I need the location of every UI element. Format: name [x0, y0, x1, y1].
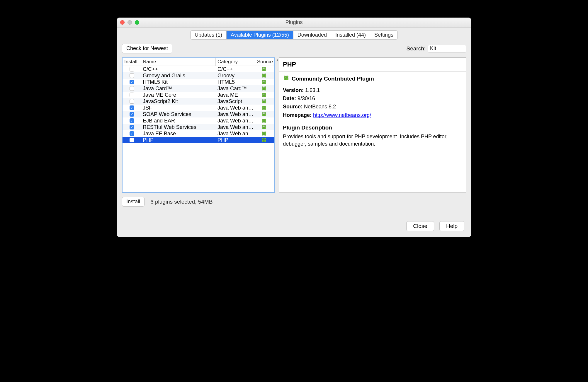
- install-checkbox[interactable]: [130, 105, 134, 110]
- table-row[interactable]: Groovy and GrailsGroovy: [123, 72, 274, 79]
- svg-rect-51: [262, 120, 263, 122]
- col-source[interactable]: Source: [255, 58, 273, 66]
- plugins-window: Plugins Updates (1) Available Plugins (1…: [117, 18, 471, 237]
- date-value: 9/30/16: [298, 95, 315, 101]
- svg-rect-47: [265, 114, 266, 116]
- svg-rect-75: [284, 77, 285, 80]
- search-label: Search:: [407, 45, 426, 52]
- plugin-category: Java Web and …: [216, 118, 255, 124]
- check-for-newest-button[interactable]: Check for Newest: [122, 44, 172, 53]
- plugin-name: HTML5 Kit: [141, 79, 216, 85]
- tab-downloaded[interactable]: Downloaded: [293, 31, 331, 39]
- svg-point-18: [262, 86, 263, 88]
- svg-point-30: [262, 99, 263, 100]
- table-row[interactable]: RESTful Web ServicesJava Web and …: [123, 124, 274, 130]
- plugin-category: Java Web and …: [216, 124, 255, 130]
- svg-point-19: [264, 86, 265, 88]
- table-row[interactable]: Java EE BaseJava Web and …: [123, 130, 274, 137]
- svg-point-42: [262, 112, 263, 113]
- svg-rect-64: [264, 133, 265, 135]
- svg-rect-34: [264, 101, 265, 103]
- svg-rect-5: [265, 69, 266, 71]
- svg-point-1: [264, 67, 265, 68]
- svg-rect-16: [264, 81, 265, 84]
- community-icon: [255, 138, 273, 142]
- install-checkbox[interactable]: [130, 131, 134, 136]
- selection-status: 6 plugins selected, 54MB: [150, 199, 213, 205]
- install-checkbox[interactable]: [130, 93, 134, 97]
- plugin-name: SOAP Web Services: [141, 111, 216, 117]
- install-checkbox[interactable]: [130, 118, 134, 123]
- plugin-category: Java Card™: [216, 86, 255, 92]
- table-row[interactable]: C/C++C/C++: [123, 66, 274, 72]
- svg-point-62: [265, 132, 266, 133]
- svg-rect-21: [262, 88, 263, 90]
- table-row[interactable]: Java Card™Java Card™: [123, 85, 274, 92]
- install-checkbox[interactable]: [130, 112, 134, 117]
- close-button[interactable]: Close: [406, 221, 434, 231]
- search-input[interactable]: [428, 45, 466, 52]
- svg-point-61: [264, 132, 265, 133]
- splitter[interactable]: ◂▸: [275, 57, 279, 193]
- svg-rect-46: [264, 114, 265, 116]
- date-label: Date:: [283, 95, 296, 101]
- tab-settings[interactable]: Settings: [370, 31, 397, 39]
- plugin-name: JavaScript2 Kit: [141, 98, 216, 105]
- col-category[interactable]: Category: [216, 58, 255, 66]
- community-icon: [255, 99, 273, 104]
- table-row[interactable]: JavaScript2 KitJavaScript: [123, 98, 274, 105]
- install-checkbox[interactable]: [130, 80, 134, 84]
- version-label: Version:: [283, 87, 304, 93]
- svg-point-14: [265, 80, 266, 81]
- install-checkbox[interactable]: [130, 99, 134, 104]
- svg-rect-53: [265, 120, 266, 122]
- table-row[interactable]: EJB and EARJava Web and …: [123, 117, 274, 124]
- community-icon: [255, 118, 273, 123]
- svg-point-8: [265, 74, 266, 75]
- svg-point-25: [264, 93, 265, 94]
- svg-rect-39: [262, 107, 263, 110]
- svg-point-37: [264, 106, 265, 107]
- table-row[interactable]: Java ME CoreJava ME: [123, 92, 274, 98]
- community-label: Community Contributed Plugin: [292, 75, 374, 83]
- svg-rect-77: [287, 77, 288, 80]
- help-button[interactable]: Help: [439, 221, 464, 231]
- homepage-link[interactable]: http://www.netbeans.org/: [313, 112, 371, 118]
- community-icon: [255, 93, 273, 97]
- svg-point-66: [262, 138, 263, 139]
- col-install[interactable]: Install: [123, 58, 141, 66]
- install-checkbox[interactable]: [130, 73, 134, 78]
- install-checkbox[interactable]: [130, 86, 134, 91]
- svg-point-44: [265, 112, 266, 113]
- plugin-name: EJB and EAR: [141, 118, 216, 124]
- community-icon: [255, 73, 273, 78]
- table-row[interactable]: SOAP Web ServicesJava Web and …: [123, 111, 274, 117]
- install-checkbox[interactable]: [130, 138, 134, 142]
- plugin-category: Java Web and …: [216, 131, 255, 137]
- table-row[interactable]: PHPPHP: [123, 137, 274, 143]
- tab-updates[interactable]: Updates (1): [191, 31, 227, 39]
- svg-rect-71: [265, 139, 266, 142]
- svg-rect-33: [262, 101, 263, 103]
- svg-rect-10: [264, 75, 265, 77]
- install-checkbox[interactable]: [130, 67, 134, 71]
- plugin-category: Java Web and …: [216, 111, 255, 117]
- source-value: NetBeans 8.2: [304, 104, 336, 110]
- description-heading: Plugin Description: [283, 124, 462, 132]
- community-icon: [283, 75, 289, 83]
- source-label: Source:: [283, 104, 303, 110]
- svg-point-68: [265, 138, 266, 139]
- install-checkbox[interactable]: [130, 125, 134, 129]
- table-row[interactable]: HTML5 KitHTML5: [123, 79, 274, 85]
- install-button[interactable]: Install: [122, 197, 145, 207]
- tab-available-plugins[interactable]: Available Plugins (12/55): [227, 31, 293, 39]
- plugin-category: C/C++: [216, 66, 255, 72]
- svg-rect-29: [265, 94, 266, 97]
- table-row[interactable]: JSFJava Web and …: [123, 105, 274, 111]
- svg-rect-41: [265, 107, 266, 110]
- community-icon: [255, 112, 273, 117]
- plugin-category: PHP: [216, 137, 255, 143]
- tab-installed[interactable]: Installed (44): [331, 31, 370, 39]
- col-name[interactable]: Name: [141, 58, 216, 66]
- svg-point-48: [262, 119, 263, 120]
